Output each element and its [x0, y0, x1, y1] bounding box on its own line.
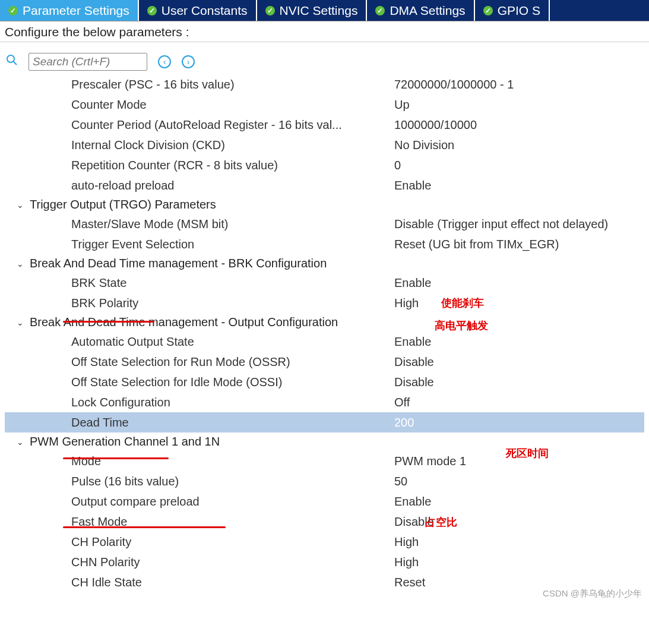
annotation-dead-time: 死区时间 — [506, 446, 549, 460]
param-label: CHN Polarity — [71, 555, 394, 569]
param-label: Counter Period (AutoReload Register - 16… — [71, 118, 394, 132]
svg-line-1 — [14, 62, 17, 65]
param-row[interactable]: Fast ModeDisable — [5, 512, 644, 532]
parameter-tree: Prescaler (PSC - 16 bits value)72000000/… — [0, 74, 649, 604]
param-value[interactable]: High — [394, 555, 644, 569]
param-value[interactable]: Enable — [394, 495, 644, 509]
param-value[interactable]: Enable — [394, 276, 644, 290]
param-label: BRK State — [71, 276, 394, 290]
param-row[interactable]: Counter ModeUp — [5, 94, 644, 115]
param-label: Off State Selection for Idle Mode (OSSI) — [71, 375, 394, 389]
param-label: CH Idle State — [71, 576, 394, 589]
param-row[interactable]: Automatic Output StateEnable — [5, 332, 644, 352]
param-label: Mode — [71, 454, 394, 468]
search-toolbar: ‹ › — [0, 42, 649, 74]
tab-label: Parameter Settings — [23, 4, 129, 18]
check-icon: ✓ — [483, 6, 493, 15]
watermark: CSDN @养乌龟的小少年 — [543, 588, 642, 599]
param-row[interactable]: BRK StateEnable — [5, 273, 644, 293]
param-value[interactable]: Reset (UG bit from TIMx_EGR) — [394, 238, 644, 251]
tab-nvic-settings[interactable]: ✓ NVIC Settings — [257, 0, 368, 21]
annotation-underline — [63, 457, 169, 459]
param-row[interactable]: BRK PolarityHigh — [5, 293, 644, 313]
param-value[interactable]: No Division — [394, 138, 644, 152]
param-label: Output compare preload — [71, 495, 394, 509]
param-row[interactable]: Lock ConfigurationOff — [5, 392, 644, 412]
group-title: Trigger Output (TRGO) Parameters — [30, 198, 216, 211]
param-label: Repetition Counter (RCR - 8 bits value) — [71, 159, 394, 172]
check-icon: ✓ — [375, 6, 385, 15]
check-icon: ✓ — [265, 6, 275, 15]
tab-bar: ✓ Parameter Settings ✓ User Constants ✓ … — [0, 0, 649, 21]
svg-point-0 — [7, 55, 14, 62]
param-row[interactable]: Output compare preloadEnable — [5, 491, 644, 512]
next-match-button[interactable]: › — [182, 55, 195, 68]
param-row[interactable]: Prescaler (PSC - 16 bits value)72000000/… — [5, 74, 644, 94]
param-value[interactable]: Disable (Trigger input effect not delaye… — [394, 217, 644, 231]
tab-label: DMA Settings — [390, 4, 465, 18]
param-row[interactable]: Master/Slave Mode (MSM bit)Disable (Trig… — [5, 214, 644, 234]
group-header[interactable]: ⌄Trigger Output (TRGO) Parameters — [5, 195, 644, 214]
param-row[interactable]: CH PolarityHigh — [5, 532, 644, 552]
param-value[interactable]: Disable — [394, 355, 644, 369]
param-row[interactable]: Counter Period (AutoReload Register - 16… — [5, 115, 644, 135]
param-label: Master/Slave Mode (MSM bit) — [71, 217, 394, 231]
param-value[interactable]: 72000000/1000000 - 1 — [394, 78, 644, 91]
chevron-down-icon: ⌄ — [17, 437, 26, 447]
param-value[interactable]: Reset — [394, 576, 644, 589]
param-row[interactable]: Internal Clock Division (CKD)No Division — [5, 135, 644, 155]
param-value[interactable]: Enable — [394, 335, 644, 349]
annotation-underline — [63, 321, 154, 323]
annotation-brk-high: 高电平触发 — [435, 318, 488, 333]
param-label: auto-reload preload — [71, 179, 394, 192]
tab-label: GPIO S — [498, 4, 540, 18]
param-label: Trigger Event Selection — [71, 238, 394, 251]
config-subtitle: Configure the below parameters : — [0, 21, 649, 42]
param-row[interactable]: Off State Selection for Idle Mode (OSSI)… — [5, 372, 644, 392]
param-row[interactable]: Off State Selection for Run Mode (OSSR)D… — [5, 352, 644, 372]
tab-parameter-settings[interactable]: ✓ Parameter Settings — [0, 0, 139, 21]
annotation-underline — [63, 526, 226, 528]
param-row[interactable]: Repetition Counter (RCR - 8 bits value)0 — [5, 155, 644, 175]
chevron-down-icon: ⌄ — [17, 200, 26, 210]
param-value[interactable]: 1000000/10000 — [394, 118, 644, 132]
check-icon: ✓ — [147, 6, 157, 15]
param-row[interactable]: Trigger Event SelectionReset (UG bit fro… — [5, 234, 644, 254]
param-value[interactable]: Disable — [394, 375, 644, 389]
param-value[interactable]: 0 — [394, 159, 644, 172]
param-value[interactable]: 200 — [394, 416, 644, 430]
param-value[interactable]: 50 — [394, 475, 644, 488]
param-row[interactable]: CHN PolarityHigh — [5, 552, 644, 572]
param-label: BRK Polarity — [71, 296, 394, 310]
param-value[interactable]: Off — [394, 396, 644, 409]
tab-label: NVIC Settings — [280, 4, 358, 18]
check-icon: ✓ — [8, 6, 18, 15]
param-label: Prescaler (PSC - 16 bits value) — [71, 78, 394, 91]
chevron-down-icon: ⌄ — [17, 318, 26, 327]
param-value[interactable]: Enable — [394, 179, 644, 192]
annotation-duty-cycle: 占空比 — [425, 515, 457, 529]
tab-gpio-settings[interactable]: ✓ GPIO S — [475, 0, 550, 21]
tab-dma-settings[interactable]: ✓ DMA Settings — [367, 0, 474, 21]
param-value[interactable]: High — [394, 296, 644, 310]
group-title: Break And Dead Time management - BRK Con… — [30, 257, 327, 270]
prev-match-button[interactable]: ‹ — [158, 55, 171, 68]
param-label: Off State Selection for Run Mode (OSSR) — [71, 355, 394, 369]
param-row[interactable]: Dead Time200 — [5, 412, 644, 433]
tab-user-constants[interactable]: ✓ User Constants — [139, 0, 257, 21]
param-value[interactable]: High — [394, 535, 644, 549]
annotation-brk-enable: 使能刹车 — [441, 296, 484, 310]
param-label: Lock Configuration — [71, 396, 394, 409]
param-row[interactable]: auto-reload preloadEnable — [5, 175, 644, 195]
param-label: Internal Clock Division (CKD) — [71, 138, 394, 152]
param-label: Automatic Output State — [71, 335, 394, 349]
param-label: Dead Time — [71, 416, 394, 430]
param-value[interactable]: Up — [394, 98, 644, 112]
param-label: Counter Mode — [71, 98, 394, 112]
group-header[interactable]: ⌄Break And Dead Time management - BRK Co… — [5, 254, 644, 273]
tab-label: User Constants — [162, 4, 248, 18]
param-row[interactable]: Pulse (16 bits value)50 — [5, 471, 644, 491]
search-icon[interactable] — [6, 54, 18, 70]
param-label: CH Polarity — [71, 535, 394, 549]
search-input[interactable] — [29, 53, 147, 71]
